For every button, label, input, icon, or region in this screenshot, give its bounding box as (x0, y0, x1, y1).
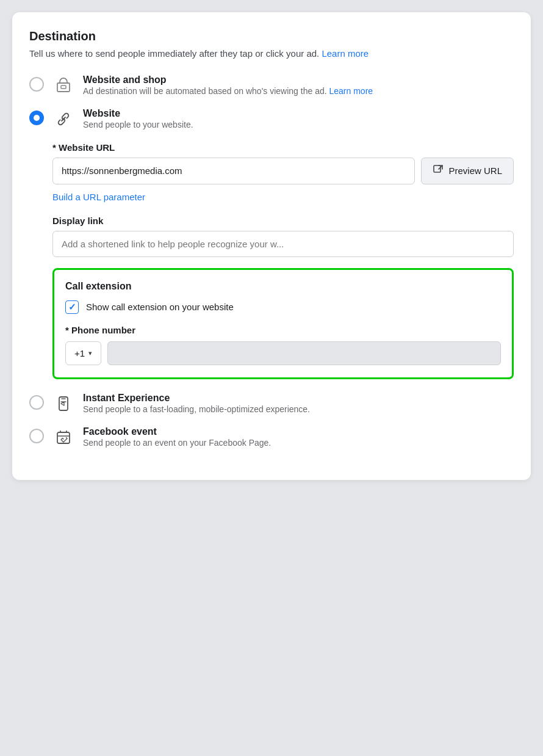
svg-rect-0 (57, 83, 70, 92)
show-call-extension-checkbox[interactable]: ✓ (65, 300, 79, 314)
section-title: Destination (29, 29, 514, 43)
call-extension-title: Call extension (65, 281, 501, 292)
link-icon (52, 108, 74, 130)
learn-more-link-2[interactable]: Learn more (329, 86, 373, 96)
facebook-event-icon (52, 426, 74, 448)
svg-rect-1 (61, 85, 66, 89)
shop-icon (52, 75, 74, 96)
instant-experience-icon (52, 393, 74, 415)
display-link-input[interactable] (52, 231, 514, 257)
preview-url-label: Preview URL (448, 165, 502, 176)
display-link-label: Display link (52, 216, 514, 226)
call-extension-box: Call extension ✓ Show call extension on … (52, 268, 514, 379)
radio-instant-experience[interactable] (29, 395, 44, 410)
website-url-input[interactable] (52, 158, 415, 184)
option-instant-experience: Instant Experience Send people to a fast… (29, 393, 514, 416)
option-website: Website Send people to your website. (29, 108, 514, 131)
preview-url-button[interactable]: Preview URL (421, 158, 514, 184)
url-input-row: Preview URL (52, 158, 514, 184)
chevron-down-icon: ▾ (88, 349, 92, 357)
option-facebook-event: Facebook event Send people to an event o… (29, 426, 514, 449)
website-url-section: * Website URL Preview URL Build a URL pa… (52, 142, 514, 379)
website-shop-text: Website and shop Ad destination will be … (83, 75, 373, 98)
facebook-event-text: Facebook event Send people to an event o… (83, 426, 271, 449)
section-description: Tell us where to send people immediately… (29, 47, 514, 61)
phone-number-row: +1 ▾ (65, 341, 501, 365)
radio-website-shop[interactable] (29, 77, 44, 92)
phone-number-label: * Phone number (65, 325, 501, 335)
show-call-extension-label: Show call extension on your website (86, 302, 234, 312)
website-url-label: * Website URL (52, 142, 514, 153)
country-code-dropdown[interactable]: +1 ▾ (65, 341, 101, 365)
country-code-value: +1 (74, 348, 85, 358)
phone-number-input[interactable] (107, 341, 501, 365)
build-url-link[interactable]: Build a URL parameter (52, 192, 145, 202)
show-call-extension-row: ✓ Show call extension on your website (65, 300, 501, 314)
checkmark-icon: ✓ (68, 302, 76, 311)
destination-card: Destination Tell us where to send people… (12, 12, 531, 480)
radio-website[interactable] (29, 111, 44, 125)
learn-more-link-1[interactable]: Learn more (322, 48, 369, 59)
external-link-icon (433, 164, 444, 178)
instant-experience-text: Instant Experience Send people to a fast… (83, 393, 310, 416)
option-website-shop: Website and shop Ad destination will be … (29, 75, 514, 98)
radio-facebook-event[interactable] (29, 429, 44, 443)
website-text: Website Send people to your website. (83, 108, 193, 131)
